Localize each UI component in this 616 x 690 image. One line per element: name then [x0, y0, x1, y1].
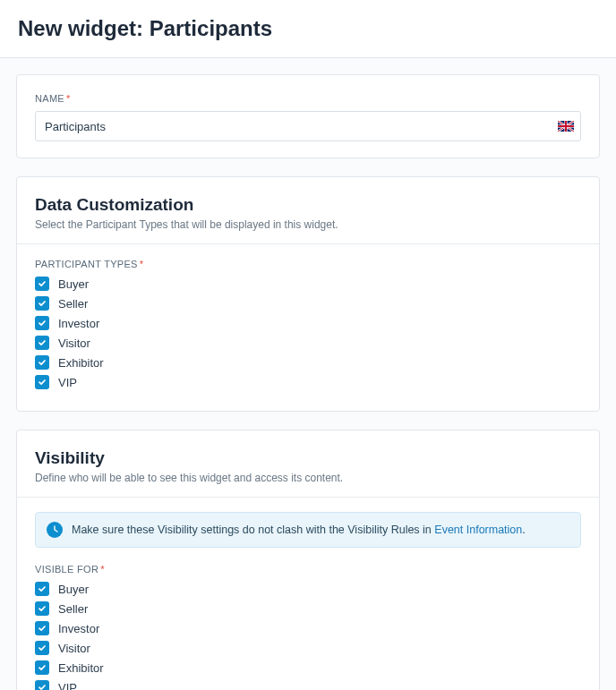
event-information-link[interactable]: Event Information	[434, 524, 522, 536]
required-asterisk: *	[100, 564, 105, 575]
visibility-card: Visibility Define who will be able to se…	[16, 430, 600, 690]
checkbox-label: Buyer	[58, 583, 89, 596]
participant-types-label: PARTICIPANT TYPES*	[35, 259, 581, 269]
checkbox[interactable]	[35, 355, 49, 370]
checkbox[interactable]	[35, 336, 49, 350]
checkbox[interactable]	[35, 680, 49, 690]
checkbox[interactable]	[35, 641, 49, 655]
checkbox[interactable]	[35, 621, 49, 635]
list-item: Investor	[35, 621, 581, 635]
list-item: Exhibitor	[35, 355, 581, 370]
name-card: NAME*	[16, 74, 600, 158]
checkbox-label: Exhibitor	[58, 356, 104, 370]
divider	[17, 243, 599, 244]
info-icon	[47, 522, 63, 538]
list-item: Visitor	[35, 641, 581, 655]
list-item: Seller	[35, 601, 581, 616]
required-asterisk: *	[66, 93, 71, 104]
visible-for-list: BuyerSellerInvestorVisitorExhibitorVIP	[35, 582, 581, 690]
page-header: New widget: Participants	[0, 0, 616, 58]
data-customization-desc: Select the Participant Types that will b…	[35, 218, 581, 231]
checkbox-label: Buyer	[58, 277, 89, 291]
checkbox-label: Visitor	[58, 642, 90, 655]
required-asterisk: *	[140, 259, 144, 269]
participant-types-list: BuyerSellerInvestorVisitorExhibitorVIP	[35, 277, 581, 389]
list-item: VIP	[35, 680, 581, 690]
checkbox-label: Investor	[58, 317, 99, 330]
checkbox[interactable]	[35, 277, 49, 291]
list-item: Buyer	[35, 582, 581, 596]
visibility-info-text: Make sure these Visibility settings do n…	[72, 524, 526, 536]
checkbox[interactable]	[35, 660, 49, 675]
checkbox-label: VIP	[58, 681, 77, 691]
checkbox[interactable]	[35, 582, 49, 596]
list-item: Seller	[35, 296, 581, 311]
visibility-info-banner: Make sure these Visibility settings do n…	[35, 512, 581, 548]
visibility-title: Visibility	[35, 448, 581, 468]
checkbox-label: Exhibitor	[58, 661, 104, 675]
checkbox[interactable]	[35, 296, 49, 311]
visible-for-label: VISIBLE FOR*	[35, 564, 581, 575]
data-customization-card: Data Customization Select the Participan…	[16, 176, 600, 412]
checkbox-label: Visitor	[58, 336, 90, 350]
checkbox-label: Investor	[58, 622, 99, 635]
list-item: Visitor	[35, 336, 581, 350]
divider	[17, 497, 599, 498]
svg-rect-4	[558, 125, 574, 127]
checkbox[interactable]	[35, 375, 49, 389]
data-customization-title: Data Customization	[35, 195, 581, 215]
visibility-desc: Define who will be able to see this widg…	[35, 472, 581, 484]
checkbox[interactable]	[35, 316, 49, 330]
uk-flag-icon[interactable]	[558, 121, 574, 132]
checkbox-label: Seller	[58, 297, 88, 311]
list-item: VIP	[35, 375, 581, 389]
list-item: Buyer	[35, 277, 581, 291]
page-title: New widget: Participants	[18, 16, 598, 41]
name-label: NAME*	[35, 93, 581, 104]
checkbox[interactable]	[35, 601, 49, 616]
list-item: Investor	[35, 316, 581, 330]
checkbox-label: VIP	[58, 376, 77, 389]
name-input[interactable]	[35, 111, 581, 141]
list-item: Exhibitor	[35, 660, 581, 675]
checkbox-label: Seller	[58, 602, 88, 616]
